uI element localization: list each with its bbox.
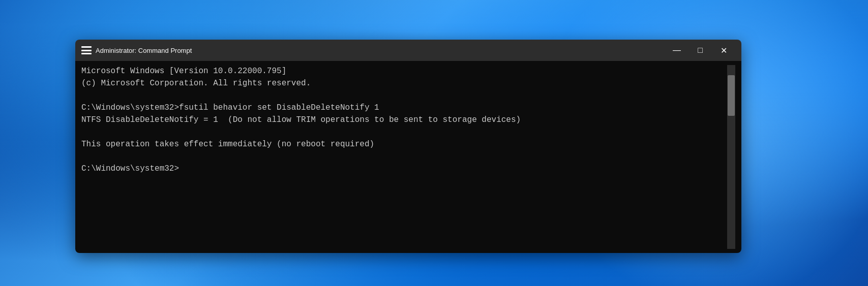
cmd-line-3	[81, 89, 727, 102]
title-bar: Administrator: Command Prompt — □ ✕	[75, 40, 741, 61]
cmd-line-1: Microsoft Windows [Version 10.0.22000.79…	[81, 65, 727, 77]
window-controls: — □ ✕	[665, 42, 735, 58]
cmd-line-7: This operation takes effect immediately …	[81, 138, 727, 150]
cmd-icon	[81, 46, 92, 54]
cmd-content-area[interactable]: Microsoft Windows [Version 10.0.22000.79…	[75, 61, 741, 253]
cmd-output: Microsoft Windows [Version 10.0.22000.79…	[81, 65, 727, 249]
cmd-line-6	[81, 126, 727, 138]
scrollbar[interactable]	[727, 65, 735, 249]
cmd-line-8	[81, 150, 727, 163]
window-title: Administrator: Command Prompt	[96, 47, 665, 54]
minimize-button[interactable]: —	[665, 42, 689, 58]
maximize-button[interactable]: □	[689, 42, 712, 58]
cmd-window: Administrator: Command Prompt — □ ✕ Micr…	[75, 40, 741, 253]
cmd-line-4: C:\Windows\system32>fsutil behavior set …	[81, 102, 727, 114]
cmd-line-2: (c) Microsoft Corporation. All rights re…	[81, 77, 727, 89]
cmd-line-5: NTFS DisableDeleteNotify = 1 (Do not all…	[81, 114, 727, 126]
scrollbar-thumb[interactable]	[728, 75, 735, 116]
close-button[interactable]: ✕	[712, 42, 735, 58]
cmd-line-9: C:\Windows\system32>	[81, 163, 727, 175]
